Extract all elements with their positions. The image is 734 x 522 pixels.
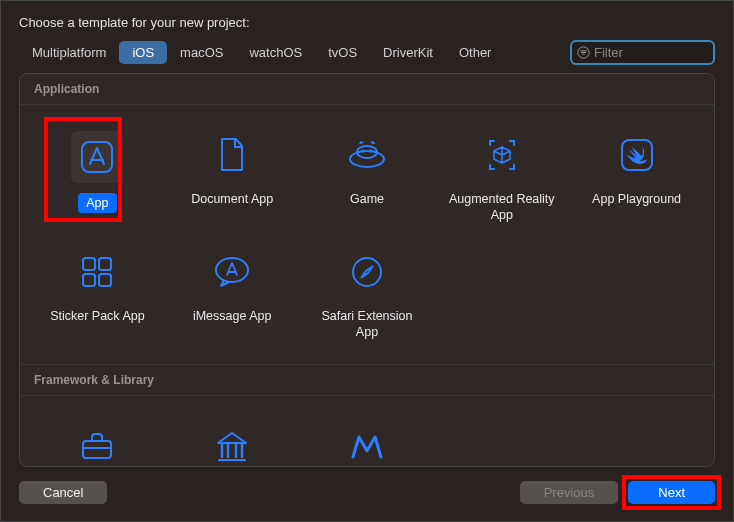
- swift-icon: [613, 131, 661, 179]
- template-label: Game: [342, 189, 392, 209]
- game-icon: [343, 131, 391, 179]
- tab-other[interactable]: Other: [446, 41, 505, 64]
- template-document-app[interactable]: Document App: [165, 125, 300, 232]
- tab-macos[interactable]: macOS: [167, 41, 236, 64]
- next-button[interactable]: Next: [628, 481, 715, 504]
- safari-icon: [343, 248, 391, 296]
- toolbox-icon: [73, 422, 121, 467]
- template-ar-app[interactable]: Augmented Reality App: [434, 125, 569, 232]
- metal-icon: [343, 422, 391, 467]
- template-label: iMessage App: [185, 306, 280, 326]
- app-icon: [71, 131, 123, 183]
- template-metal-library[interactable]: Metal Library: [300, 416, 435, 467]
- platform-tabbar: Multiplatform iOS macOS watchOS tvOS Dri…: [1, 40, 733, 73]
- section-framework-header: Framework & Library: [20, 364, 714, 396]
- document-icon: [208, 131, 256, 179]
- cancel-button[interactable]: Cancel: [19, 481, 107, 504]
- template-label: Document App: [183, 189, 281, 209]
- template-label: Safari Extension App: [304, 306, 431, 343]
- svg-rect-13: [83, 441, 111, 458]
- template-app-playground[interactable]: App Playground: [569, 125, 704, 232]
- tab-driverkit[interactable]: DriverKit: [370, 41, 446, 64]
- template-app[interactable]: App: [30, 125, 165, 232]
- svg-rect-1: [82, 142, 112, 172]
- template-label: App: [78, 193, 116, 213]
- filter-icon: [576, 46, 590, 60]
- ar-icon: [478, 131, 526, 179]
- template-safari-extension[interactable]: Safari Extension App: [300, 242, 435, 349]
- section-application-header: Application: [20, 74, 714, 105]
- template-sticker-pack[interactable]: Sticker Pack App: [30, 242, 165, 349]
- imessage-icon: [208, 248, 256, 296]
- dialog-title: Choose a template for your new project:: [1, 1, 733, 40]
- template-label: Augmented Reality App: [438, 189, 565, 226]
- template-imessage-app[interactable]: iMessage App: [165, 242, 300, 349]
- filter-input[interactable]: [570, 40, 715, 65]
- template-static-library[interactable]: Static Library: [165, 416, 300, 467]
- svg-point-12: [353, 258, 381, 286]
- svg-point-5: [369, 150, 372, 153]
- template-framework[interactable]: Framework: [30, 416, 165, 467]
- library-icon: [208, 422, 256, 467]
- dialog-footer: Cancel Previous Next: [1, 467, 733, 518]
- tab-watchos[interactable]: watchOS: [236, 41, 315, 64]
- svg-rect-7: [83, 258, 95, 270]
- template-list: Application App Document App Game Augme: [19, 73, 715, 467]
- tab-tvos[interactable]: tvOS: [315, 41, 370, 64]
- template-label: App Playground: [584, 189, 689, 209]
- svg-rect-10: [99, 274, 111, 286]
- sticker-icon: [73, 248, 121, 296]
- svg-rect-8: [99, 258, 111, 270]
- svg-rect-9: [83, 274, 95, 286]
- tab-multiplatform[interactable]: Multiplatform: [19, 41, 119, 64]
- previous-button: Previous: [520, 481, 619, 504]
- tab-ios[interactable]: iOS: [119, 41, 167, 64]
- template-game[interactable]: Game: [300, 125, 435, 232]
- template-label: Sticker Pack App: [42, 306, 153, 326]
- svg-point-11: [216, 258, 248, 282]
- svg-point-4: [361, 150, 364, 153]
